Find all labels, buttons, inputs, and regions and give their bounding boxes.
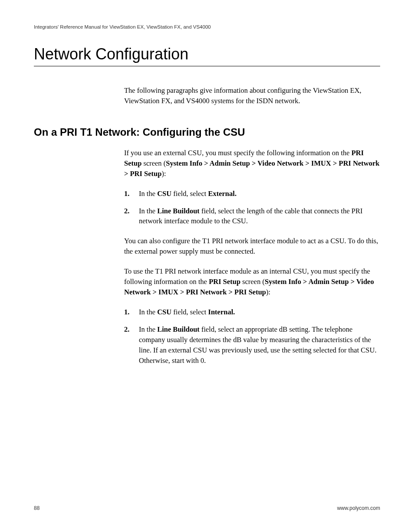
step-text: In the CSU field, select External. [139,189,380,199]
step-number: 1. [124,307,139,317]
p3-bold-pri-setup: PRI Setup [209,277,240,286]
step-number: 1. [124,189,139,199]
step-number: 2. [124,324,139,366]
p3-text-e: ): [266,288,270,296]
page-number: 88 [34,505,39,511]
step-text: In the Line Buildout field, select an ap… [139,324,380,366]
step-text: In the Line Buildout field, select the l… [139,206,380,227]
is1-csu: CSU [157,308,171,316]
p1-text-e: ): [161,170,166,178]
step-1-internal: 1. In the CSU field, select Internal. [124,307,380,317]
step-number: 2. [124,206,139,227]
p1-text-a: If you use an external CSU, you must spe… [124,149,352,157]
p1-text-c: screen ( [141,159,166,167]
is1-a: In the [139,308,157,316]
para-external-intro: If you use an external CSU, you must spe… [124,148,380,179]
s1-a: In the [139,189,157,198]
intro-paragraph: The following paragraphs give informatio… [124,85,380,106]
section-title: On a PRI T1 Network: Configuring the CSU [34,126,380,138]
para-internal-intro: To use the T1 PRI network interface modu… [124,266,380,297]
is2-line-buildout: Line Buildout [157,325,200,333]
step-1-external: 1. In the CSU field, select External. [124,189,380,199]
running-header: Integrators' Reference Manual for ViewSt… [34,24,380,29]
step-2-internal: 2. In the Line Buildout field, select an… [124,324,380,366]
s1-csu: CSU [157,189,171,198]
is1-internal: Internal. [208,308,235,316]
page-footer: 88 www.polycom.com [34,505,380,511]
is2-a: In the [139,325,157,333]
intro-block: The following paragraphs give informatio… [124,85,380,106]
s2-a: In the [139,207,157,215]
steps-external: 1. In the CSU field, select External. 2.… [124,189,380,227]
s1-external: External. [208,189,237,198]
steps-internal: 1. In the CSU field, select Internal. 2.… [124,307,380,366]
s1-c: field, select [171,189,208,198]
footer-url: www.polycom.com [337,505,380,511]
is1-c: field, select [171,308,208,316]
step-2-external: 2. In the Line Buildout field, select th… [124,206,380,227]
step-text: In the CSU field, select Internal. [139,307,380,317]
para-act-as-csu: You can also configure the T1 PRI networ… [124,236,380,257]
chapter-title: Network Configuration [34,45,380,66]
section-body: If you use an external CSU, you must spe… [124,148,380,366]
p3-text-c: screen ( [240,277,265,286]
s2-line-buildout: Line Buildout [157,207,200,215]
